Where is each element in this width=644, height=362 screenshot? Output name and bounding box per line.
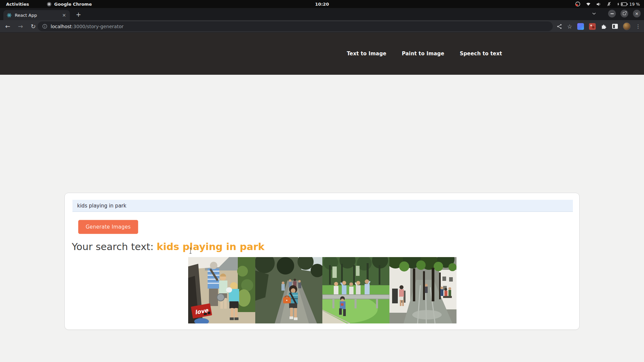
nav-speech-to-text[interactable]: Speech to text [460, 51, 502, 57]
tab-close-icon[interactable]: × [61, 12, 67, 18]
search-input[interactable] [72, 200, 573, 212]
chrome-app-icon [47, 2, 52, 7]
battery-icon [621, 2, 628, 6]
url-host: localhost [51, 24, 72, 29]
site-nav: Text to Image Paint to Image Speech to t… [347, 33, 502, 75]
wifi-icon [586, 2, 591, 6]
extension-red-icon[interactable] [589, 23, 596, 30]
site-header: Text to Image Paint to Image Speech to t… [0, 33, 644, 75]
clock[interactable]: 10:20 [0, 2, 644, 7]
site-info-icon[interactable] [42, 24, 47, 29]
focused-app-indicator[interactable]: Google Chrome [47, 2, 92, 7]
forward-button[interactable]: → [15, 21, 25, 31]
result-images-row: love [188, 257, 457, 323]
share-icon[interactable] [557, 24, 562, 29]
tab-react-app[interactable]: React App × [3, 10, 70, 20]
charging-icon [616, 2, 620, 6]
screen-record-icon [575, 1, 581, 7]
nav-text-to-image[interactable]: Text to Image [347, 51, 386, 57]
browser-menu-icon[interactable]: ⋮ [636, 23, 641, 29]
tab-search-chevron-icon[interactable] [592, 12, 596, 15]
result-image-4 [389, 257, 457, 323]
reload-button[interactable]: ↻ [28, 21, 38, 31]
battery-percent: 19 % [629, 2, 640, 7]
window-minimize-button[interactable] [608, 10, 616, 17]
window-close-button[interactable]: × [633, 10, 641, 17]
new-tab-button[interactable]: + [74, 11, 83, 19]
bookmark-star-icon[interactable]: ☆ [567, 23, 572, 30]
result-image-1: love [188, 257, 255, 323]
focused-app-name: Google Chrome [54, 2, 92, 7]
text-cursor-icon [189, 248, 192, 254]
battery-indicator: 19 % [616, 2, 640, 7]
generate-images-button[interactable]: Generate Images [78, 220, 138, 234]
activities-button[interactable]: Activities [6, 2, 29, 7]
result-heading: Your search text: kids playing in park [72, 241, 265, 252]
result-query: kids playing in park [157, 241, 265, 252]
desktop-screen: Activities Google Chrome 10:20 [0, 0, 644, 362]
maximize-icon [623, 12, 626, 15]
profile-avatar[interactable] [623, 22, 631, 30]
tab-title: React App [15, 13, 61, 18]
result-image-2 [255, 257, 322, 323]
react-favicon [7, 13, 12, 18]
window-maximize-button[interactable] [621, 10, 628, 17]
generator-card: Generate Images Your search text: kids p… [64, 193, 580, 330]
result-image-3 [322, 257, 389, 323]
extensions-puzzle-icon[interactable] [601, 23, 607, 29]
microphone-muted-icon [606, 1, 611, 7]
result-label: Your search text: [72, 241, 157, 252]
page-body: Generate Images Your search text: kids p… [0, 75, 644, 362]
side-panel-icon[interactable] [612, 24, 618, 29]
back-button[interactable]: ← [3, 21, 13, 31]
browser-tab-strip: React App × + × [0, 8, 644, 20]
nav-paint-to-image[interactable]: Paint to Image [402, 51, 444, 57]
browser-toolbar: ← → ↻ localhost:3000/story-generator ☆ [0, 20, 644, 33]
minimize-icon [610, 13, 614, 14]
address-bar[interactable]: localhost:3000/story-generator [38, 21, 553, 31]
volume-icon [596, 2, 601, 7]
extension-blue-icon[interactable] [577, 23, 584, 30]
system-tray[interactable]: 19 % [575, 0, 640, 8]
url-path: :3000/story-generator [72, 24, 123, 29]
system-top-bar: Activities Google Chrome 10:20 [0, 0, 644, 8]
